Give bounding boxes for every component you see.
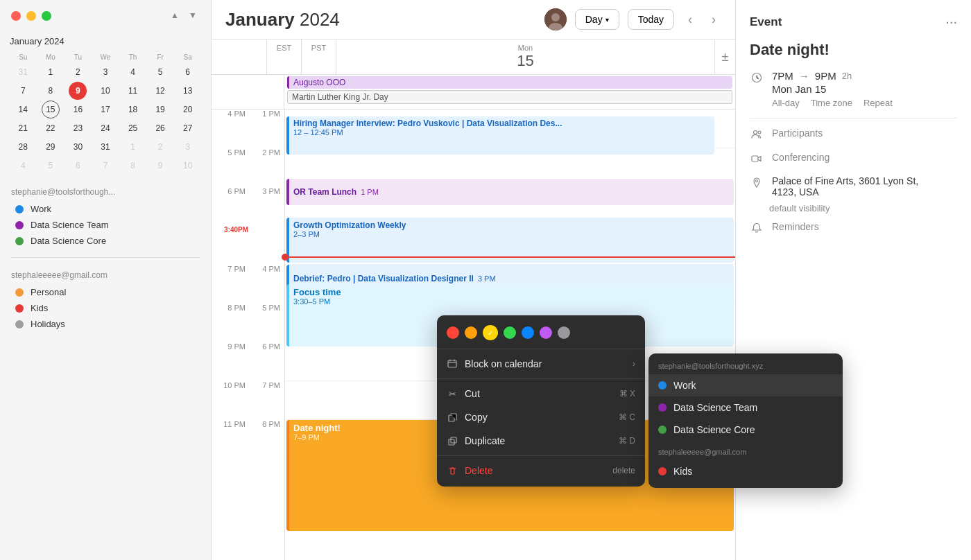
mini-cal-day[interactable]: 31 [14,63,32,81]
color-orange-btn[interactable] [465,326,477,339]
mini-cal-day[interactable]: 14 [14,100,32,119]
dow-sa: Sa [174,52,201,62]
color-green-btn[interactable] [504,326,516,339]
mini-cal-day[interactable]: 12 [151,82,169,100]
data-science-core-color-dot [15,237,24,245]
mini-cal-day[interactable]: 13 [179,82,197,100]
submenu-kids-item[interactable]: Kids [648,460,843,482]
all-day-link[interactable]: All-day [772,98,800,108]
context-copy[interactable]: Copy ⌘ C [437,405,645,429]
sidebar-item-kids[interactable]: Kids [11,300,200,316]
mini-cal-day[interactable]: 17 [96,100,114,119]
account-1-email: stephanie@toolsforthough... [11,187,200,197]
view-dropdown-button[interactable]: Day ▾ [575,9,619,30]
minimize-button[interactable] [26,11,36,21]
mini-cal-day[interactable]: 25 [124,119,142,137]
mini-cal-day[interactable]: 26 [151,119,169,137]
dst-submenu-dot [658,403,667,412]
mini-cal-day[interactable]: 16 [69,100,87,119]
mini-cal-day[interactable]: 8 [42,82,60,100]
mini-cal-day-today[interactable]: 9 [69,82,87,100]
mini-cal-day[interactable]: 29 [42,138,60,156]
mini-cal-day[interactable]: 5 [42,157,60,175]
mini-cal-day[interactable]: 11 [124,82,142,100]
mini-cal-day[interactable]: 19 [151,100,169,119]
time-label-8pm: 8 PM [212,304,250,342]
event-growth-optimization-time: 2–3 PM [293,230,730,238]
work-label: Work [31,204,51,214]
sidebar-item-work[interactable]: Work [11,201,200,217]
mini-cal-day[interactable]: 4 [124,63,142,81]
event-hiring-manager-time: 12 – 12:45 PM [293,128,710,137]
sidebar-item-personal[interactable]: Personal [11,284,200,300]
mini-cal-day[interactable]: 7 [14,82,32,100]
event-hiring-manager-title: Hiring Manager Interview: Pedro Vuskovic… [293,119,710,128]
mini-cal-day[interactable]: 6 [69,157,87,175]
repeat-link[interactable]: Repeat [863,98,893,108]
mini-cal-day[interactable]: 10 [96,82,114,100]
mini-cal-day[interactable]: 27 [179,119,197,137]
mini-cal-day[interactable]: 3 [96,63,114,81]
sidebar-item-holidays[interactable]: Holidays [11,316,200,332]
all-day-event-augusto[interactable]: Augusto OOO [287,76,732,89]
event-or-team-lunch[interactable]: OR Team Lunch 1 PM [286,179,734,205]
duration: 2h [842,71,852,81]
fullscreen-button[interactable] [42,11,51,21]
color-blue-btn[interactable] [522,326,534,339]
mini-cal-day[interactable]: 2 [151,138,169,156]
color-gray-btn[interactable] [558,326,570,339]
copy-item-left: Copy [447,412,488,423]
mini-cal-day[interactable]: 8 [124,157,142,175]
next-button[interactable]: › [706,10,721,30]
mini-cal-day[interactable]: 22 [42,119,60,137]
close-button[interactable] [11,11,21,21]
mini-cal-day[interactable]: 9 [151,157,169,175]
user-avatar[interactable] [544,8,567,30]
mini-cal-day[interactable]: 4 [14,157,32,175]
mini-cal-day[interactable]: 31 [96,138,114,156]
mini-cal-day[interactable]: 6 [179,63,197,81]
color-purple-btn[interactable] [540,326,552,339]
mini-cal-day[interactable]: 1 [42,63,60,81]
mini-cal-day[interactable]: 2 [69,63,87,81]
context-duplicate[interactable]: Duplicate ⌘ D [437,429,645,453]
submenu-data-science-core-item[interactable]: Data Science Core [648,419,843,441]
context-block-calendar[interactable]: Block on calendar › [437,352,645,376]
time-zone-link[interactable]: Time zone [811,98,852,108]
mini-cal-day[interactable]: 1 [124,138,142,156]
event-hiring-manager[interactable]: Hiring Manager Interview: Pedro Vuskovic… [286,116,714,155]
all-day-label [212,75,284,109]
today-button[interactable]: Today [628,9,674,30]
panel-menu-icon[interactable]: ··· [945,14,957,30]
sidebar-collapse-down[interactable]: ▼ [186,8,200,22]
mini-cal-day[interactable]: 3 [179,138,197,156]
sidebar-item-data-science-team[interactable]: Data Science Team [11,217,200,233]
mini-cal-day[interactable]: 5 [151,63,169,81]
mini-cal-day[interactable]: 10 [179,157,197,175]
all-day-event-mlk[interactable]: Martin Luther King Jr. Day [287,90,732,104]
mini-cal-day-selected[interactable]: 15 [42,100,60,119]
block-calendar-label: Block on calendar [465,358,542,369]
mini-cal-day[interactable]: 28 [14,138,32,156]
sidebar-item-data-science-core[interactable]: Data Science Core [11,233,200,249]
mini-cal-day[interactable]: 21 [14,119,32,137]
mini-cal-day[interactable]: 24 [96,119,114,137]
mini-cal-grid: Su Mo Tu We Th Fr Sa 31 1 2 3 4 5 6 7 8 … [10,52,201,175]
submenu-data-science-team-item[interactable]: Data Science Team [648,396,843,419]
sidebar-divider [11,257,200,258]
previous-button[interactable]: ‹ [682,10,698,30]
mini-cal-day[interactable]: 23 [69,119,87,137]
context-cut[interactable]: ✂ Cut ⌘ X [437,382,645,405]
mini-cal-day[interactable]: 20 [179,100,197,119]
sidebar-collapse-up[interactable]: ▲ [168,8,182,22]
mini-cal-day[interactable]: 7 [96,157,114,175]
context-delete[interactable]: Delete delete [437,459,645,482]
color-red-btn[interactable] [447,326,459,339]
participants-label: Participants [772,128,823,139]
submenu-work-item[interactable]: Work [648,374,843,396]
dow-mo: Mo [37,52,65,62]
mini-cal-day[interactable]: 18 [124,100,142,119]
color-yellow-btn[interactable]: ✓ [483,325,498,340]
mini-cal-day[interactable]: 30 [69,138,87,156]
plus-button[interactable]: ± [714,40,735,74]
